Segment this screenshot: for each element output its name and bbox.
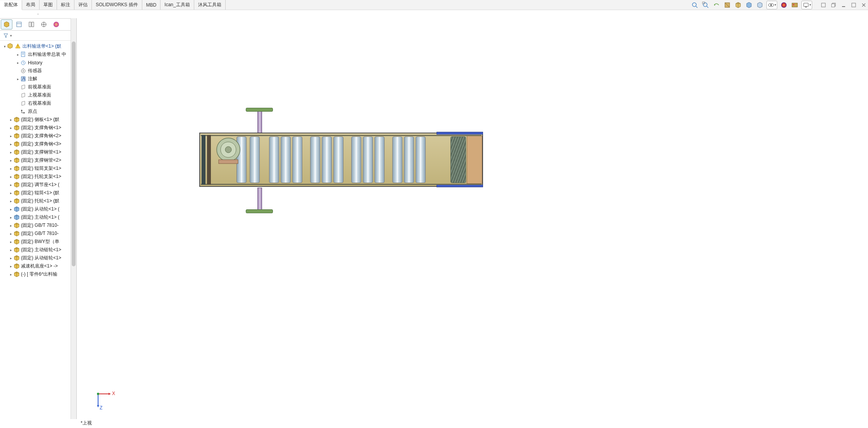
display-manager-icon[interactable] bbox=[50, 19, 62, 29]
tree-item[interactable]: ▸(固定) 托轮<1> (默 bbox=[2, 197, 76, 205]
tree-item[interactable]: ▸History bbox=[2, 59, 76, 67]
svg-point-2 bbox=[703, 3, 707, 7]
svg-rect-21 bbox=[17, 22, 21, 27]
tree-root[interactable]: ▾ 出料输送带<1> (默 bbox=[2, 42, 76, 50]
maximize-icon[interactable] bbox=[849, 1, 858, 9]
tree-item[interactable]: ▸(固定) GB/T 7810- bbox=[2, 230, 76, 238]
tree-item[interactable]: ▸出料输送带总装 中 bbox=[2, 50, 76, 59]
svg-point-48 bbox=[97, 393, 99, 395]
tree-root-label: 出料输送带<1> (默 bbox=[22, 43, 61, 50]
float-icon[interactable] bbox=[819, 1, 828, 9]
tree-item-label: (固定) GB/T 7810- bbox=[21, 230, 59, 237]
tree-item[interactable]: 右视基准面 bbox=[2, 99, 76, 107]
dimxpert-icon[interactable] bbox=[38, 19, 50, 29]
tree-item[interactable]: 上视基准面 bbox=[2, 91, 76, 99]
tree-item[interactable]: ▸(固定) BWY型（单 bbox=[2, 238, 76, 246]
asm-icon bbox=[13, 157, 20, 164]
zoom-area-icon[interactable] bbox=[701, 1, 710, 9]
tree-item[interactable]: ▸减速机底座<1> -> bbox=[2, 262, 76, 270]
svg-rect-13 bbox=[805, 7, 807, 7]
view-settings-dropdown[interactable]: ▾ bbox=[801, 1, 812, 9]
section-icon[interactable] bbox=[723, 1, 732, 9]
tree-item[interactable]: ▸(固定) 支撑钢管<1> bbox=[2, 148, 76, 156]
previous-view-icon[interactable] bbox=[712, 1, 721, 9]
tree-item[interactable]: 传感器 bbox=[2, 67, 76, 75]
tree-item[interactable]: ▸(固定) GB/T 7810- bbox=[2, 221, 76, 230]
display-style-icon[interactable] bbox=[745, 1, 753, 9]
tab-layout[interactable]: 布局 bbox=[22, 0, 40, 10]
tab-annotate[interactable]: 标注 bbox=[57, 0, 74, 10]
tree-item[interactable]: ▸(-) [ 零件6^出料输 bbox=[2, 270, 76, 278]
tree-item[interactable]: ▸(固定) 支撑钢管<2> bbox=[2, 156, 76, 164]
tree-item[interactable]: ▸(固定) 辊筒支架<1> bbox=[2, 164, 76, 173]
tab-evaluate[interactable]: 评估 bbox=[74, 0, 92, 10]
asm-icon bbox=[13, 230, 20, 237]
overflow-dot[interactable]: ◦ bbox=[0, 10, 868, 18]
svg-rect-12 bbox=[804, 3, 808, 7]
tab-ican[interactable]: Ican_工具箱 bbox=[160, 0, 194, 10]
tree-item[interactable]: ▸A注解 bbox=[2, 75, 76, 83]
tree-item-label: (固定) 调节座<1> ( bbox=[21, 181, 59, 188]
tree-item-label: (固定) 支撑角钢<2> bbox=[21, 133, 61, 139]
feature-tree-icon[interactable] bbox=[1, 19, 12, 29]
tree-item[interactable]: ▸(固定) 托轮支架<1> bbox=[2, 173, 76, 181]
tree-item[interactable]: ▸(固定) 辊筒<1> (默 bbox=[2, 189, 76, 197]
svg-rect-14 bbox=[821, 3, 825, 7]
svg-point-11 bbox=[793, 4, 794, 5]
tree-item[interactable]: ▸(固定) 支撑角钢<3> bbox=[2, 140, 76, 148]
tree-item-label: (固定) 侧板<1> (默 bbox=[21, 116, 59, 123]
asm-icon bbox=[13, 238, 20, 245]
hist-icon bbox=[20, 59, 27, 66]
close-icon[interactable] bbox=[859, 1, 868, 9]
tab-assembly[interactable]: 装配体 bbox=[0, 0, 22, 10]
svg-point-8 bbox=[770, 4, 772, 6]
config-manager-icon[interactable] bbox=[26, 19, 37, 29]
tree-item[interactable]: ▸(固定) 支撑角钢<1> bbox=[2, 124, 76, 132]
filter-icon[interactable] bbox=[2, 32, 9, 39]
tree-item[interactable]: ▸(固定) 从动轮<1> ( bbox=[2, 205, 76, 213]
tab-mbd[interactable]: MBD bbox=[142, 0, 161, 10]
tree-item[interactable]: 原点 bbox=[2, 107, 76, 116]
asm-icon bbox=[13, 263, 20, 269]
command-tabs: 装配体 布局 草图 标注 评估 SOLIDWORKS 插件 MBD Ican_工… bbox=[0, 0, 868, 10]
svg-point-28 bbox=[53, 22, 59, 27]
svg-rect-18 bbox=[852, 3, 856, 7]
hide-show-dropdown[interactable]: ▾ bbox=[766, 1, 777, 9]
tree-scrollbar[interactable] bbox=[71, 18, 76, 419]
appearance-sphere-icon[interactable] bbox=[780, 1, 788, 9]
tab-sw-addins[interactable]: SOLIDWORKS 插件 bbox=[92, 0, 142, 10]
asm-icon bbox=[13, 149, 20, 155]
tree-item-label: 上视基准面 bbox=[28, 92, 51, 98]
plane-icon bbox=[20, 100, 27, 107]
tree-item[interactable]: ▸(固定) 支撑角钢<2> bbox=[2, 132, 76, 140]
tree-item-label: 右视基准面 bbox=[28, 100, 51, 107]
part-icon bbox=[13, 206, 20, 212]
tree-item[interactable]: ▸(固定) 调节座<1> ( bbox=[2, 181, 76, 189]
tab-sketch[interactable]: 草图 bbox=[40, 0, 57, 10]
cube-dropdown-icon[interactable] bbox=[756, 1, 764, 9]
svg-line-3 bbox=[707, 6, 708, 8]
tree-item[interactable]: 前视基准面 bbox=[2, 83, 76, 91]
asm-icon bbox=[13, 247, 20, 253]
tree-item-label: 出料输送带总装 中 bbox=[28, 51, 66, 58]
minimize-icon[interactable] bbox=[839, 1, 848, 9]
tree-item-label: 原点 bbox=[28, 108, 37, 115]
graphics-viewport[interactable]: X Z *上视 bbox=[77, 18, 868, 428]
tree-item-label: (固定) 支撑钢管<2> bbox=[21, 157, 61, 164]
asm-icon bbox=[13, 173, 20, 180]
tree-item[interactable]: ▸(固定) 侧板<1> (默 bbox=[2, 116, 76, 124]
tree-item[interactable]: ▸(固定) 从动链轮<1> bbox=[2, 254, 76, 262]
feature-tree[interactable]: ▾ 出料输送带<1> (默 ▸出料输送带总装 中▸History传感器▸A注解前… bbox=[0, 41, 76, 419]
tree-item-label: (固定) 支撑角钢<1> bbox=[21, 124, 61, 131]
restore-icon[interactable] bbox=[829, 1, 838, 9]
tree-item[interactable]: ▸(固定) 主动轮<1> ( bbox=[2, 213, 76, 221]
view-orient-icon[interactable] bbox=[734, 1, 742, 9]
tab-mufeng[interactable]: 沐风工具箱 bbox=[194, 0, 226, 10]
property-manager-icon[interactable] bbox=[13, 19, 25, 29]
zoom-fit-icon[interactable] bbox=[690, 1, 699, 9]
svg-rect-45 bbox=[219, 160, 238, 164]
apply-scene-icon[interactable] bbox=[790, 1, 799, 9]
tree-item-label: (固定) 主动链轮<1> bbox=[21, 247, 61, 253]
warning-icon bbox=[15, 43, 21, 50]
tree-item[interactable]: ▸(固定) 主动链轮<1> bbox=[2, 246, 76, 254]
